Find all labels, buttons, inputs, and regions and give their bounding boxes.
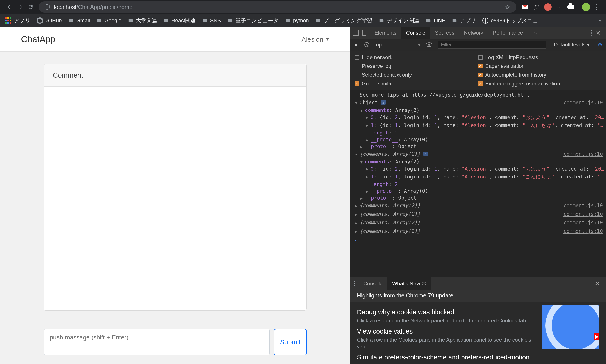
log-levels-dropdown[interactable]: Default levels ▾ (554, 42, 590, 48)
tabs-overflow[interactable]: » (529, 27, 542, 39)
log-proto[interactable]: __proto__: Object (350, 143, 606, 150)
opt-sel-context[interactable]: Selected context only (355, 72, 478, 78)
bookmark-programming[interactable]: プログラミング学習 (315, 17, 372, 24)
log-array-item[interactable]: 1: {id: 1, login_id: 1, name: "Alesion",… (350, 121, 606, 129)
ext-red-icon[interactable] (543, 2, 553, 12)
ext-react-icon[interactable]: ⚛ (554, 2, 565, 12)
bookmark-sns[interactable]: SNS (202, 17, 221, 24)
log-proto[interactable]: __proto__: Object (350, 194, 606, 201)
back-button[interactable] (4, 2, 15, 12)
bookmark-react[interactable]: React関連 (163, 17, 196, 24)
folder-icon (163, 18, 169, 23)
context-selector[interactable]: top▾ (374, 42, 421, 48)
drawer-tab-console[interactable]: Console (358, 277, 387, 290)
log-collapsed[interactable]: {comments: Array(2)}comment.js:10 (350, 218, 606, 227)
tab-console[interactable]: Console (401, 27, 430, 39)
log-comments-array[interactable]: comments: Array(2) (350, 158, 606, 165)
user-dropdown[interactable]: Alesion (302, 36, 329, 43)
log-array-item[interactable]: 0: {id: 2, login_id: 1, name: "Alesion",… (350, 165, 606, 173)
user-name: Alesion (302, 36, 323, 43)
bookmark-github[interactable]: GitHub (37, 17, 62, 24)
devtools-close-icon[interactable]: ✕ (596, 29, 601, 37)
bookmark-university[interactable]: 大学関連 (128, 17, 157, 24)
submit-button[interactable]: Submit (274, 329, 306, 355)
bookmark-label: デザイン関連 (387, 17, 419, 24)
console-filter-bar: ▸ top▾ Default levels ▾ ⚙ (350, 39, 606, 51)
site-info-icon[interactable]: ⓘ (44, 3, 50, 11)
bookmark-star-icon[interactable]: ☆ (505, 3, 511, 11)
card-body (44, 87, 306, 310)
wn-section-title[interactable]: Simulate prefers-color-scheme and prefer… (357, 353, 537, 361)
wn-section-title[interactable]: Debug why a cookie was blocked (357, 308, 537, 316)
bookmark-google[interactable]: Google (96, 17, 121, 24)
opt-label: Log XMLHttpRequests (485, 54, 538, 60)
opt-group-similar[interactable]: Group similar (355, 81, 478, 87)
log-proto[interactable]: __proto__: Array(0) (350, 187, 606, 194)
console-log[interactable]: See more tips at https://vuejs.org/guide… (350, 91, 606, 277)
tab-performance[interactable]: Performance (488, 27, 528, 39)
message-input[interactable] (44, 329, 270, 355)
bookmarks-bar: アプリ GitHub Gmail Google 大学関連 React関連 SNS… (0, 14, 606, 27)
filter-input[interactable] (438, 41, 546, 49)
forward-button[interactable] (15, 2, 26, 12)
folder-icon (451, 18, 458, 23)
bookmark-line[interactable]: LINE (425, 17, 445, 24)
close-tab-icon[interactable]: ✕ (422, 281, 426, 287)
tab-sources[interactable]: Sources (430, 27, 459, 39)
opt-log-xhr[interactable]: Log XMLHttpRequests (478, 54, 602, 60)
opt-label: Eager evaluation (485, 63, 525, 69)
log-array-item[interactable]: 1: {id: 1, login_id: 1, name: "Alesion",… (350, 173, 606, 181)
bookmark-gmail[interactable]: Gmail (68, 17, 90, 24)
log-collapsed[interactable]: {comments: Array(2)}comment.js:10 (350, 227, 606, 235)
bookmark-label: e5489トップメニュ... (491, 17, 543, 24)
log-comments-array[interactable]: comments: Array(2) (350, 107, 606, 114)
log-array-item[interactable]: 0: {id: 2, login_id: 1, name: "Alesion",… (350, 114, 606, 121)
tab-network[interactable]: Network (459, 27, 488, 39)
live-expression-icon[interactable] (426, 42, 432, 47)
devtools-panel: Elements Console Sources Network Perform… (350, 27, 606, 364)
device-toggle-icon[interactable] (362, 30, 366, 36)
app-brand[interactable]: ChatApp (21, 34, 55, 44)
console-prompt[interactable]: › (350, 235, 606, 245)
log-object-inline[interactable]: {comments: Array(2)} icomment.js:10 (350, 150, 606, 158)
apps-shortcut[interactable]: アプリ (5, 17, 30, 24)
wn-section-title[interactable]: View cookie values (357, 328, 537, 335)
opt-label: Autocomplete from history (485, 72, 546, 78)
tab-elements[interactable]: Elements (370, 27, 401, 39)
bookmarks-overflow[interactable]: » (599, 18, 601, 24)
bookmark-label: Google (104, 17, 121, 24)
log-object-expanded[interactable]: Object icomment.js:10 (350, 98, 606, 107)
whatsnew-video-thumb[interactable] (542, 305, 599, 349)
log-collapsed[interactable]: {comments: Array(2)}comment.js:10 (350, 210, 606, 218)
clear-console-icon[interactable] (364, 42, 369, 47)
sidebar-toggle-icon[interactable]: ▸ (354, 42, 359, 47)
profile-avatar[interactable] (580, 2, 590, 12)
opt-preserve-log[interactable]: Preserve log (355, 63, 478, 69)
log-collapsed[interactable]: {comments: Array(2)}comment.js:10 (350, 201, 606, 210)
bookmark-apps[interactable]: アプリ (451, 17, 476, 24)
address-bar[interactable]: ⓘ localhost/ChatApp/public/home ☆ (39, 1, 516, 13)
console-settings-icon[interactable]: ⚙ (597, 41, 603, 48)
drawer-tab-whatsnew[interactable]: What's New ✕ (387, 277, 431, 290)
main-area: Comment Submit (0, 52, 350, 364)
ext-font-icon[interactable]: f? (531, 2, 542, 12)
drawer-close-icon[interactable]: ✕ (595, 280, 600, 287)
bookmark-e5489[interactable]: e5489トップメニュ... (482, 17, 543, 24)
log-proto[interactable]: __proto__: Array(0) (350, 136, 606, 143)
opt-eager-eval[interactable]: Eager evaluation (478, 63, 602, 69)
apps-icon (5, 17, 11, 24)
reload-button[interactable] (26, 2, 36, 12)
inspect-icon[interactable] (353, 30, 359, 36)
opt-eval-trigger[interactable]: Evaluate triggers user activation (478, 81, 602, 87)
bookmark-quantum[interactable]: 量子コンピュータ (227, 17, 279, 24)
bookmark-python[interactable]: python (285, 17, 309, 24)
drawer-menu-icon[interactable] (354, 281, 355, 286)
ext-cloud-icon[interactable] (565, 2, 576, 12)
opt-hide-network[interactable]: Hide network (355, 54, 478, 60)
bookmark-design[interactable]: デザイン関連 (378, 17, 419, 24)
devtools-menu-icon[interactable] (591, 30, 592, 36)
ext-mail-icon[interactable] (520, 2, 530, 12)
bookmark-label: 大学関連 (136, 17, 157, 24)
opt-auto-hist[interactable]: Autocomplete from history (478, 72, 602, 78)
chrome-menu-icon[interactable] (591, 2, 602, 12)
